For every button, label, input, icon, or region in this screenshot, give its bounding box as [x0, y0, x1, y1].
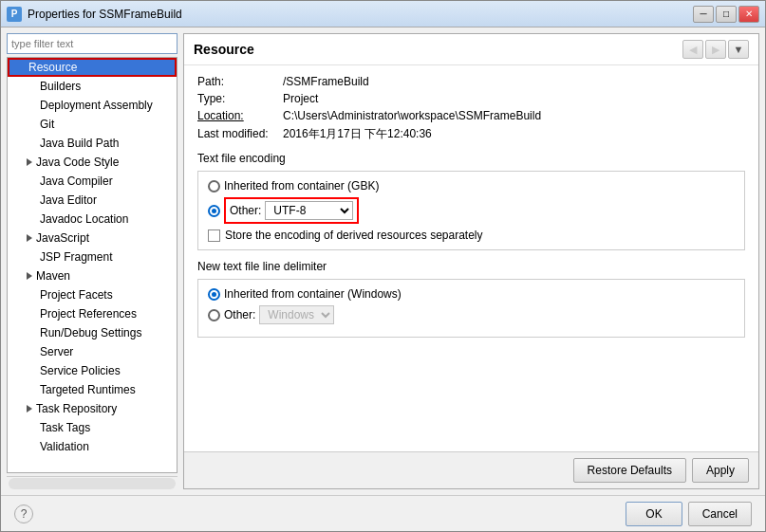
- main-content: Resource Builders Deployment Assembly Gi…: [1, 28, 765, 495]
- apply-button[interactable]: Apply: [692, 458, 749, 483]
- modified-label: Last modified:: [197, 127, 283, 140]
- delimiter-inherited-radio[interactable]: [208, 288, 220, 301]
- tree-item-project-facets[interactable]: Project Facets: [8, 285, 177, 304]
- right-panel: Resource ◀ ▶ ▼ Path: /SSMFrameBuild Type…: [183, 33, 759, 489]
- restore-defaults-button[interactable]: Restore Defaults: [573, 458, 686, 483]
- encoding-section-box: Inherited from container (GBK) Other: UT…: [197, 171, 745, 250]
- filter-input[interactable]: [7, 33, 177, 54]
- title-bar-buttons: ─ □ ✕: [693, 6, 759, 23]
- derived-resources-label: Store the encoding of derived resources …: [225, 229, 483, 242]
- tree-item-server[interactable]: Server: [8, 342, 177, 361]
- delimiter-other-label: Other:: [224, 308, 255, 321]
- tree-item-label: Javadoc Location: [40, 212, 128, 226]
- right-bottom-buttons: Restore Defaults Apply: [184, 451, 758, 488]
- delimiter-inherited-label: Inherited from container (Windows): [224, 287, 402, 301]
- window-title: Properties for SSMFrameBuild: [28, 8, 693, 21]
- tree-item-label: Service Policies: [40, 364, 121, 377]
- tree-item-service-policies[interactable]: Service Policies: [8, 361, 177, 380]
- right-panel-title: Resource: [194, 42, 254, 57]
- tree-item-project-references[interactable]: Project References: [8, 304, 177, 323]
- tree-container: Resource Builders Deployment Assembly Gi…: [7, 57, 177, 473]
- location-value: C:\Users\Administrator\workspace\SSMFram…: [283, 109, 541, 122]
- tree-item-java-compiler[interactable]: Java Compiler: [8, 172, 177, 191]
- tree-item-javadoc[interactable]: Javadoc Location: [8, 210, 177, 229]
- tree-item-label: Java Compiler: [40, 174, 113, 188]
- other-encoding-row: Other: UTF-8 UTF-16 ISO-8859-1 GBK: [208, 197, 735, 224]
- delimiter-section-box: Inherited from container (Windows) Other…: [197, 279, 745, 338]
- derived-resources-row: Store the encoding of derived resources …: [208, 229, 735, 242]
- tree-item-label: Resource: [28, 61, 77, 74]
- delimiter-other-radio[interactable]: [208, 309, 220, 321]
- tree-item-label: JSP Fragment: [40, 250, 112, 264]
- tree-item-label: Run/Debug Settings: [40, 326, 141, 339]
- tree-item-java-build-path[interactable]: Java Build Path: [8, 134, 177, 153]
- delimiter-select[interactable]: Windows Unix Mac: [259, 305, 334, 324]
- modified-row: Last modified: 2016年1月17日 下午12:40:36: [197, 126, 745, 142]
- window-icon: P: [7, 7, 22, 22]
- path-row: Path: /SSMFrameBuild: [197, 75, 745, 88]
- tree-item-maven[interactable]: Maven: [8, 266, 177, 285]
- other-encoding-label: Other:: [230, 204, 261, 217]
- tree-item-label: Server: [40, 345, 73, 358]
- type-label: Type:: [197, 92, 283, 105]
- tree-item-builders[interactable]: Builders: [8, 77, 177, 96]
- ok-cancel-buttons: OK Cancel: [626, 502, 752, 526]
- encoding-section-title: Text file encoding: [197, 152, 745, 165]
- nav-buttons: ◀ ▶ ▼: [682, 40, 749, 59]
- footer-bar: ? OK Cancel: [1, 495, 765, 531]
- tree-item-label: Java Code Style: [36, 156, 119, 169]
- path-label: Path:: [197, 75, 283, 88]
- nav-back-button[interactable]: ◀: [682, 40, 703, 59]
- tree-item-label: Builders: [40, 80, 81, 93]
- right-header: Resource ◀ ▶ ▼: [184, 34, 758, 65]
- modified-value: 2016年1月17日 下午12:40:36: [283, 126, 432, 142]
- tree-item-javascript[interactable]: JavaScript: [8, 229, 177, 248]
- tree-item-label: JavaScript: [36, 231, 89, 245]
- tree-item-label: Targeted Runtimes: [40, 383, 136, 396]
- delimiter-inherited-row: Inherited from container (Windows): [208, 287, 735, 301]
- encoding-select[interactable]: UTF-8 UTF-16 ISO-8859-1 GBK: [265, 201, 353, 220]
- tree-item-deployment[interactable]: Deployment Assembly: [8, 96, 177, 115]
- tree-item-task-repository[interactable]: Task Repository: [8, 399, 177, 418]
- ok-button[interactable]: OK: [626, 502, 682, 526]
- tree-item-label: Java Editor: [40, 193, 97, 207]
- tree-item-label: Project References: [40, 307, 137, 321]
- inherited-encoding-row: Inherited from container (GBK): [208, 179, 735, 193]
- tree-item-resource[interactable]: Resource: [8, 58, 177, 77]
- title-bar: P Properties for SSMFrameBuild ─ □ ✕: [1, 1, 765, 28]
- tree-item-java-code-style[interactable]: Java Code Style: [8, 153, 177, 172]
- tree-item-label: Java Build Path: [40, 137, 119, 150]
- maximize-button[interactable]: □: [716, 6, 737, 23]
- other-encoding-highlighted-box: Other: UTF-8 UTF-16 ISO-8859-1 GBK: [224, 197, 359, 224]
- nav-dropdown-button[interactable]: ▼: [728, 40, 749, 59]
- tree-item-git[interactable]: Git: [8, 115, 177, 134]
- type-value: Project: [283, 92, 318, 105]
- location-label: Location:: [197, 109, 283, 122]
- tree-item-java-editor[interactable]: Java Editor: [8, 191, 177, 210]
- tree-item-validation[interactable]: Validation: [8, 437, 177, 456]
- help-button[interactable]: ?: [14, 504, 33, 523]
- location-row: Location: C:\Users\Administrator\workspa…: [197, 109, 745, 122]
- tree-item-label: Deployment Assembly: [40, 99, 153, 112]
- tree-item-label: Project Facets: [40, 288, 113, 302]
- tree-item-run-debug[interactable]: Run/Debug Settings: [8, 323, 177, 342]
- minimize-button[interactable]: ─: [693, 6, 714, 23]
- tree-item-label: Task Tags: [40, 421, 90, 434]
- tree-item-label: Validation: [40, 440, 89, 453]
- close-button[interactable]: ✕: [738, 6, 759, 23]
- tree-item-label: Maven: [36, 269, 70, 283]
- tree-item-task-tags[interactable]: Task Tags: [8, 418, 177, 437]
- hscrollbar[interactable]: [9, 478, 176, 489]
- inherited-encoding-radio[interactable]: [208, 180, 220, 193]
- derived-resources-checkbox[interactable]: [208, 229, 220, 242]
- type-row: Type: Project: [197, 92, 745, 105]
- other-encoding-radio[interactable]: [208, 205, 220, 217]
- tree-item-targeted-runtimes[interactable]: Targeted Runtimes: [8, 380, 177, 399]
- cancel-button[interactable]: Cancel: [688, 502, 752, 526]
- left-panel: Resource Builders Deployment Assembly Gi…: [7, 33, 177, 489]
- tree-item-label: Git: [40, 118, 54, 131]
- delimiter-section-title: New text file line delimiter: [197, 260, 745, 273]
- tree-item-jsp[interactable]: JSP Fragment: [8, 248, 177, 266]
- delimiter-other-row: Other: Windows Unix Mac: [208, 305, 735, 324]
- nav-forward-button[interactable]: ▶: [705, 40, 726, 59]
